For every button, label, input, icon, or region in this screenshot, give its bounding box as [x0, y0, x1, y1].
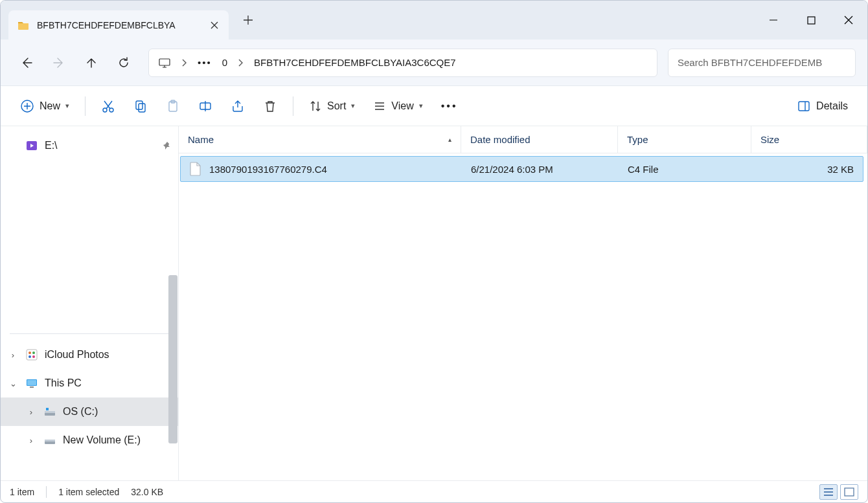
- separator: [46, 486, 47, 498]
- copy-button[interactable]: [126, 93, 155, 119]
- svg-point-16: [32, 355, 35, 358]
- drive-icon: [43, 434, 56, 447]
- window-controls: [755, 7, 867, 39]
- icloud-icon: [25, 348, 38, 361]
- tree-item-icloud[interactable]: › iCloud Photos: [1, 341, 178, 369]
- navigation-pane: E:\ › iCloud Photos ⌄: [1, 126, 179, 480]
- video-drive-icon: [25, 139, 38, 152]
- forward-button[interactable]: [45, 49, 73, 77]
- column-header-date[interactable]: Date modified: [461, 126, 618, 153]
- status-bar: 1 item 1 item selected 32.0 KB: [1, 480, 867, 502]
- pc-icon: [25, 377, 38, 390]
- svg-point-14: [32, 352, 35, 354]
- breadcrumb-segment[interactable]: 0: [222, 57, 227, 68]
- chevron-right-icon[interactable]: [238, 58, 244, 67]
- tab-title: BFBTH7CEHDFEFDEMBFCLBYA: [37, 20, 201, 30]
- collapse-icon[interactable]: ⌄: [7, 379, 19, 388]
- tree-item-e-drive[interactable]: E:\: [1, 131, 178, 160]
- maximize-button[interactable]: [792, 7, 830, 33]
- command-bar: New ▾ Sort ▾ View ▾: [1, 86, 867, 126]
- close-window-button[interactable]: [830, 7, 867, 33]
- share-button[interactable]: [223, 93, 253, 119]
- svg-rect-6: [139, 104, 145, 112]
- tree-label: iCloud Photos: [45, 349, 109, 361]
- file-date: 6/21/2024 6:03 PM: [471, 164, 553, 175]
- scrollbar-thumb[interactable]: [168, 275, 177, 443]
- svg-point-13: [29, 352, 31, 354]
- pc-icon: [158, 56, 171, 69]
- selection-size: 32.0 KB: [131, 487, 163, 497]
- new-tab-button[interactable]: [235, 7, 261, 33]
- details-label: Details: [816, 100, 848, 112]
- expand-icon[interactable]: ›: [25, 436, 37, 445]
- rename-button[interactable]: [190, 93, 220, 119]
- svg-rect-12: [27, 350, 37, 360]
- close-tab-button[interactable]: [209, 20, 220, 30]
- breadcrumb-segment[interactable]: BFBTH7CEHDFEFDEMBFCLBYAIA3C6CQE7: [254, 57, 455, 68]
- separator: [293, 96, 293, 116]
- column-header-type[interactable]: Type: [618, 126, 751, 153]
- navigation-bar: ••• 0 BFBTH7CEHDFEFDEMBFCLBYAIA3C6CQE7 S…: [1, 39, 867, 86]
- breadcrumb-ellipsis[interactable]: •••: [198, 57, 212, 68]
- svg-rect-18: [27, 380, 36, 385]
- chevron-right-icon[interactable]: [181, 58, 187, 67]
- chevron-down-icon: ▾: [65, 102, 69, 110]
- svg-rect-1: [159, 59, 170, 65]
- file-type: C4 File: [628, 164, 659, 175]
- titlebar: BFBTH7CEHDFEFDEMBFCLBYA: [1, 1, 867, 39]
- sort-button[interactable]: Sort ▾: [301, 93, 363, 119]
- paste-button[interactable]: [158, 93, 188, 119]
- active-tab[interactable]: BFBTH7CEHDFEFDEMBFCLBYA: [8, 10, 229, 39]
- address-bar[interactable]: ••• 0 BFBTH7CEHDFEFDEMBFCLBYAIA3C6CQE7: [148, 49, 657, 77]
- pin-icon[interactable]: [163, 141, 172, 150]
- separator: [85, 96, 86, 116]
- svg-rect-25: [845, 488, 854, 496]
- svg-rect-22: [46, 408, 49, 410]
- chevron-down-icon: ▾: [419, 102, 423, 110]
- tree-item-new-volume-e[interactable]: › New Volume (E:): [1, 426, 178, 454]
- view-button[interactable]: View ▾: [365, 93, 430, 119]
- tree-item-os-c[interactable]: › OS (C:): [1, 397, 178, 426]
- file-list[interactable]: 1380790193167760279.C4 6/21/2024 6:03 PM…: [179, 153, 867, 480]
- expand-icon[interactable]: ›: [7, 350, 19, 360]
- up-button[interactable]: [77, 49, 106, 77]
- new-label: New: [40, 100, 60, 112]
- details-pane-button[interactable]: Details: [789, 93, 856, 119]
- divider: [10, 333, 169, 334]
- sort-indicator-icon: ▴: [448, 136, 451, 143]
- tree-label: New Volume (E:): [63, 434, 141, 446]
- minimize-button[interactable]: [755, 7, 792, 33]
- tree-label: OS (C:): [63, 406, 98, 418]
- refresh-button[interactable]: [109, 49, 138, 77]
- delete-button[interactable]: [255, 93, 285, 119]
- more-button[interactable]: •••: [433, 93, 466, 119]
- svg-rect-21: [45, 411, 55, 413]
- item-count: 1 item: [10, 487, 34, 497]
- back-button[interactable]: [12, 49, 41, 77]
- tree-item-this-pc[interactable]: ⌄ This PC: [1, 369, 178, 397]
- file-name: 1380790193167760279.C4: [209, 164, 327, 175]
- new-button[interactable]: New ▾: [12, 93, 77, 119]
- svg-rect-0: [808, 17, 815, 24]
- tree-label: This PC: [45, 377, 82, 389]
- body: E:\ › iCloud Photos ⌄: [1, 126, 867, 480]
- svg-rect-19: [30, 386, 34, 388]
- file-explorer-window: BFBTH7CEHDFEFDEMBFCLBYA: [0, 0, 868, 503]
- search-input[interactable]: Search BFBTH7CEHDFEFDEMB: [668, 49, 856, 77]
- sort-label: Sort: [327, 100, 346, 112]
- file-row[interactable]: 1380790193167760279.C4 6/21/2024 6:03 PM…: [180, 156, 863, 182]
- cut-button[interactable]: [93, 93, 123, 119]
- thumbnails-view-toggle[interactable]: [840, 484, 858, 500]
- selection-count: 1 item selected: [58, 487, 119, 497]
- tree-label: E:\: [45, 140, 58, 151]
- details-view-toggle[interactable]: [819, 484, 838, 500]
- view-label: View: [391, 100, 413, 112]
- column-header-size[interactable]: Size: [751, 126, 867, 153]
- column-header-name[interactable]: Name ▴: [179, 126, 461, 153]
- drive-icon: [43, 405, 56, 418]
- expand-icon[interactable]: ›: [25, 407, 37, 417]
- file-icon: [190, 162, 201, 176]
- search-placeholder: Search BFBTH7CEHDFEFDEMB: [678, 57, 822, 68]
- svg-point-15: [29, 355, 31, 358]
- folder-icon: [17, 19, 29, 31]
